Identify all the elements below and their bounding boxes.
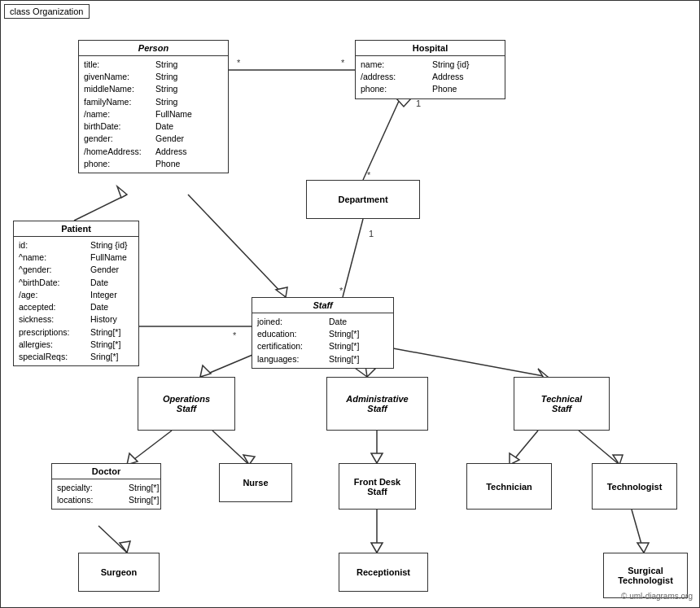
administrative-staff-class: AdministrativeStaff	[326, 377, 428, 431]
patient-title: Patient	[14, 221, 138, 237]
svg-text:1: 1	[416, 98, 421, 108]
patient-class: Patient id:String {id} ^name:FullName ^g…	[13, 221, 139, 366]
technologist-class: Technologist	[592, 463, 677, 510]
doctor-class: Doctor specialty:String[*] locations:Str…	[51, 463, 161, 510]
operations-staff-class: OperationsStaff	[138, 377, 235, 431]
doctor-body: specialty:String[*] locations:String[*]	[52, 479, 160, 509]
svg-text:1: 1	[369, 229, 374, 238]
svg-line-4	[363, 90, 404, 180]
svg-text:*: *	[233, 330, 237, 340]
staff-body: joined:Date education:String[*] certific…	[252, 313, 393, 368]
patient-body: id:String {id} ^name:FullName ^gender:Ge…	[14, 237, 138, 365]
svg-text:*: *	[237, 58, 241, 68]
svg-line-34	[632, 510, 644, 553]
svg-line-0	[74, 195, 127, 221]
technical-staff-class: TechnicalStaff	[514, 377, 610, 431]
hospital-body: name:String {id} /address:Address phone:…	[356, 56, 505, 98]
diagram-container: class Organization 1 * * * 1 *	[0, 0, 700, 608]
svg-marker-1	[117, 186, 127, 198]
svg-marker-31	[120, 541, 130, 553]
svg-line-2	[188, 195, 286, 297]
technician-class: Technician	[466, 463, 552, 510]
svg-marker-3	[276, 287, 287, 297]
svg-text:*: *	[367, 170, 371, 180]
copyright: © uml-diagrams.org	[621, 592, 693, 601]
nurse-class: Nurse	[219, 463, 292, 502]
svg-line-28	[579, 431, 619, 465]
staff-class: Staff joined:Date education:String[*] ce…	[252, 297, 394, 369]
person-title: Person	[79, 41, 228, 56]
hospital-title: Hospital	[356, 41, 505, 56]
person-class: Person title:String givenName:String mid…	[78, 40, 229, 173]
svg-line-20	[127, 431, 172, 465]
svg-line-11	[343, 219, 363, 297]
person-body: title:String givenName:String middleName…	[79, 56, 228, 173]
doctor-title: Doctor	[52, 464, 160, 479]
department-class: Department	[306, 180, 420, 219]
svg-marker-15	[200, 365, 211, 377]
surgeon-class: Surgeon	[78, 553, 160, 592]
svg-line-30	[98, 526, 127, 553]
diagram-title: class Organization	[4, 4, 90, 19]
svg-marker-33	[371, 543, 383, 553]
svg-marker-25	[371, 453, 383, 463]
svg-line-18	[371, 344, 548, 377]
front-desk-staff-class: Front DeskStaff	[339, 463, 416, 510]
svg-text:*: *	[341, 58, 345, 68]
svg-marker-35	[637, 543, 649, 553]
receptionist-class: Receptionist	[339, 553, 428, 592]
hospital-class: Hospital name:String {id} /address:Addre…	[355, 40, 505, 99]
svg-line-22	[212, 431, 249, 465]
staff-title: Staff	[252, 298, 393, 313]
svg-text:*: *	[339, 286, 343, 295]
svg-line-26	[510, 431, 538, 465]
